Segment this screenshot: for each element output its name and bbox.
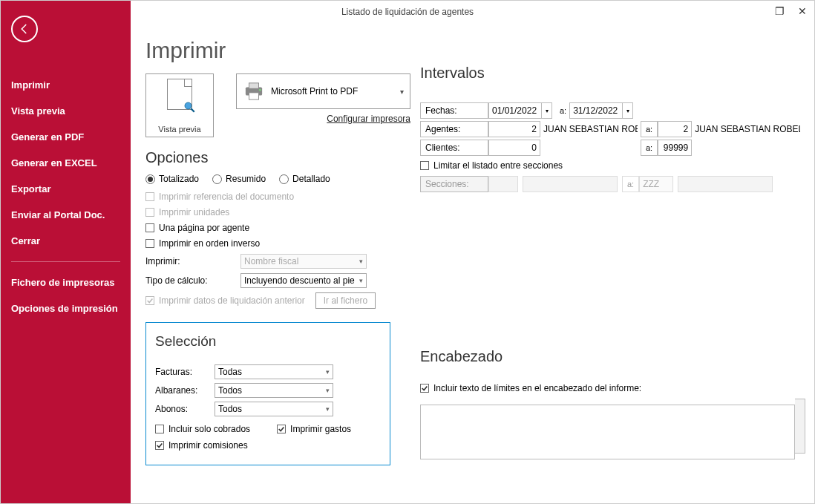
back-button[interactable] <box>11 16 38 42</box>
checkbox-imprimir-comisiones[interactable]: Imprimir comisiones <box>155 440 381 451</box>
radio-totalizado[interactable]: Totalizado <box>145 174 199 184</box>
configure-printer-link[interactable]: Configurar impresora <box>236 114 410 124</box>
seleccion-heading: Selección <box>155 333 381 350</box>
label-secciones: Secciones: <box>420 176 488 192</box>
preview-label: Vista previa <box>158 125 200 134</box>
chevron-down-icon: ▾ <box>400 88 404 96</box>
checkbox-imprimir-gastos[interactable]: Imprimir gastos <box>277 424 351 434</box>
scrollbar[interactable] <box>795 399 805 454</box>
encabezado-textarea[interactable] <box>420 405 795 459</box>
label-a-secciones: a: <box>622 176 639 192</box>
seleccion-section: Selección Facturas: Todas▾ Albaranes: To… <box>145 322 390 465</box>
encabezado-heading: Encabezado <box>420 348 814 365</box>
input-seccion-to-code <box>639 176 673 192</box>
sidebar-item-generar-excel[interactable]: Generar en EXCEL <box>1 150 131 176</box>
label-facturas: Facturas: <box>155 367 215 377</box>
input-fecha-to[interactable] <box>569 102 623 119</box>
label-agente-to-name <box>692 121 803 137</box>
maximize-button[interactable]: ❐ <box>775 5 785 17</box>
label-fechas: Fechas: <box>420 102 488 119</box>
magnifier-icon <box>183 100 196 114</box>
document-preview-icon <box>167 79 192 110</box>
sidebar-item-generar-pdf[interactable]: Generar en PDF <box>1 124 131 150</box>
right-column: Intervalos Fechas: ▾ a: ▾ Agentes: a: <box>420 23 814 459</box>
fecha-to-dropdown[interactable]: ▾ <box>623 102 633 119</box>
label-a-fechas: a: <box>557 106 569 115</box>
input-seccion-to-name <box>678 176 773 192</box>
checkbox-solo-cobrados[interactable]: Incluir solo cobrados <box>155 424 250 434</box>
sidebar-item-opciones-impresion[interactable]: Opciones de impresión <box>1 295 131 321</box>
svg-line-1 <box>191 108 194 112</box>
options-section: Opciones Totalizado Resumido Detallado I… <box>145 149 390 309</box>
input-cliente-from[interactable] <box>488 140 540 156</box>
sidebar-item-imprimir[interactable]: Imprimir <box>1 72 131 98</box>
combo-albaranes[interactable]: Todos▾ <box>215 383 333 398</box>
label-tipo-calculo: Tipo de cálculo: <box>145 275 235 286</box>
svg-rect-4 <box>249 93 259 99</box>
svg-point-0 <box>185 102 192 109</box>
sidebar-item-cerrar[interactable]: Cerrar <box>1 228 131 254</box>
svg-point-5 <box>259 89 261 91</box>
main-area: Imprimir Vista previa Microsoft <box>131 23 814 503</box>
sidebar-item-exportar[interactable]: Exportar <box>1 176 131 202</box>
label-imprimir: Imprimir: <box>145 256 235 266</box>
input-seccion-from-code <box>488 176 518 192</box>
input-cliente-to[interactable] <box>658 140 692 156</box>
checkbox-imprimir-referencia: Imprimir referencia del documento <box>145 192 390 202</box>
checkbox-incluir-texto-limites[interactable]: Incluir texto de límites en el encabezad… <box>420 383 814 393</box>
left-column: Opciones Totalizado Resumido Detallado I… <box>145 149 390 465</box>
sidebar-item-vista-previa[interactable]: Vista previa <box>1 98 131 124</box>
combo-imprimir: Nombre fiscal▾ <box>240 254 367 269</box>
intervalos-table: Fechas: ▾ a: ▾ Agentes: a: Clientes: <box>420 102 814 192</box>
sidebar-item-enviar-portal[interactable]: Enviar al Portal Doc. <box>1 202 131 228</box>
arrow-left-icon <box>18 22 31 36</box>
printer-block: Microsoft Print to PDF ▾ Configurar impr… <box>236 73 410 124</box>
input-agente-from[interactable] <box>488 121 540 137</box>
report-mode-radios: Totalizado Resumido Detallado <box>145 174 390 184</box>
input-seccion-from-name <box>523 176 618 192</box>
printer-name: Microsoft Print to PDF <box>271 86 358 96</box>
encabezado-section: Encabezado Incluir texto de límites en e… <box>420 348 814 459</box>
svg-rect-3 <box>249 83 259 88</box>
label-abonos: Abonos: <box>155 404 215 414</box>
fecha-from-dropdown[interactable]: ▾ <box>542 102 552 119</box>
label-a-agentes: a: <box>641 121 658 137</box>
checkbox-imprimir-unidades: Imprimir unidades <box>145 207 390 217</box>
options-heading: Opciones <box>145 149 390 166</box>
label-clientes: Clientes: <box>420 140 488 156</box>
window-controls: ❐ ✕ <box>775 5 807 17</box>
combo-abonos[interactable]: Todos▾ <box>215 402 333 416</box>
sidebar-separator <box>11 261 120 262</box>
sidebar: Imprimir Vista previa Generar en PDF Gen… <box>1 1 131 503</box>
checkbox-una-pagina[interactable]: Una página por agente <box>145 223 390 233</box>
radio-detallado[interactable]: Detallado <box>279 174 330 184</box>
label-agentes: Agentes: <box>420 121 488 137</box>
intervalos-heading: Intervalos <box>420 65 814 82</box>
checkbox-orden-inverso[interactable]: Imprimir en orden inverso <box>145 238 390 249</box>
checkbox-datos-anterior <box>145 296 154 305</box>
printer-select[interactable]: Microsoft Print to PDF ▾ <box>236 73 410 109</box>
combo-facturas[interactable]: Todas▾ <box>215 364 333 379</box>
printer-icon <box>243 82 265 101</box>
input-fecha-from[interactable] <box>488 102 542 119</box>
sidebar-nav: Imprimir Vista previa Generar en PDF Gen… <box>1 72 131 321</box>
label-a-clientes: a: <box>641 140 658 156</box>
radio-resumido[interactable]: Resumido <box>212 174 266 184</box>
window-title: Listado de liquidación de agentes <box>341 7 474 17</box>
input-agente-to[interactable] <box>658 121 692 137</box>
label-agente-from-name <box>540 121 641 137</box>
checkbox-limitar-secciones[interactable]: Limitar el listado entre secciones <box>420 160 814 171</box>
btn-ir-al-fichero[interactable]: Ir al fichero <box>315 292 376 309</box>
combo-tipo-calculo[interactable]: Incluyendo descuento al pie▾ <box>240 273 367 288</box>
sidebar-item-fichero-impresoras[interactable]: Fichero de impresoras <box>1 269 131 295</box>
close-button[interactable]: ✕ <box>798 5 807 17</box>
label-albaranes: Albaranes: <box>155 385 215 396</box>
preview-button[interactable]: Vista previa <box>145 73 214 137</box>
